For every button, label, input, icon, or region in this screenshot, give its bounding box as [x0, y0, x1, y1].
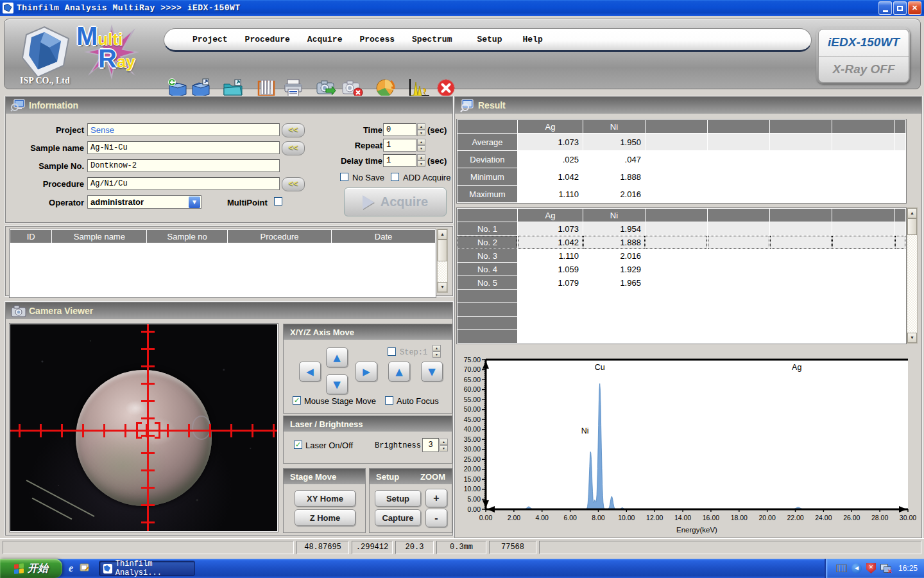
- reading-cell[interactable]: [832, 249, 894, 262]
- setup-button[interactable]: Setup: [375, 490, 421, 507]
- restore-button[interactable]: [893, 1, 907, 15]
- delay-time-spinner[interactable]: ▲▼: [417, 154, 425, 167]
- procedure-input[interactable]: [87, 177, 280, 190]
- z-home-button[interactable]: Z Home: [295, 509, 355, 526]
- reading-cell[interactable]: [832, 330, 894, 343]
- start-button[interactable]: 开始: [0, 559, 62, 578]
- project-recall-button[interactable]: <<: [282, 123, 305, 137]
- sample-cell[interactable]: [228, 284, 331, 297]
- sample-cell[interactable]: [332, 284, 435, 297]
- sample-cell[interactable]: [332, 243, 435, 256]
- operator-dropdown-arrow[interactable]: ▼: [189, 197, 200, 208]
- repeat-input[interactable]: [383, 139, 416, 152]
- close-button[interactable]: ✕: [908, 1, 921, 15]
- clock[interactable]: 16:25: [898, 564, 918, 573]
- sample-cell[interactable]: [147, 257, 227, 270]
- reading-cell[interactable]: [832, 290, 894, 302]
- reading-row[interactable]: No. 11.0731.954: [458, 222, 905, 235]
- sample-cell[interactable]: [147, 243, 227, 256]
- reading-cell[interactable]: [832, 236, 894, 249]
- sample-cell[interactable]: [332, 270, 435, 283]
- reading-cell[interactable]: [770, 263, 832, 276]
- multipoint-checkbox[interactable]: [274, 197, 282, 206]
- sample-cell[interactable]: [228, 257, 331, 270]
- reading-cell[interactable]: [583, 290, 645, 302]
- move-x-left-button[interactable]: ◀: [299, 362, 321, 381]
- reading-cell[interactable]: 1.965: [583, 276, 645, 289]
- taskbar-app-button[interactable]: Thinfilm Analysi...: [99, 561, 195, 576]
- reading-row-label[interactable]: No. 1: [458, 222, 517, 235]
- reading-cell[interactable]: [708, 236, 769, 249]
- reading-cell[interactable]: [770, 317, 832, 329]
- project-input[interactable]: [87, 123, 280, 136]
- language-bar-icon[interactable]: ◀: [851, 563, 862, 574]
- menu-help[interactable]: Help: [522, 35, 542, 44]
- reading-cell[interactable]: [646, 222, 707, 235]
- reading-cell[interactable]: 1.059: [518, 263, 583, 276]
- reading-row[interactable]: [458, 290, 905, 302]
- menu-spectrum[interactable]: Spectrum: [412, 35, 452, 44]
- reading-cell[interactable]: [646, 276, 707, 289]
- sample-no-input[interactable]: [87, 159, 280, 172]
- sample-cell[interactable]: [147, 284, 227, 297]
- reading-cell[interactable]: [832, 222, 894, 235]
- keyboard-tray-icon[interactable]: [836, 565, 847, 572]
- operator-select[interactable]: administrator ▼: [87, 195, 201, 209]
- reading-cell[interactable]: [708, 303, 769, 316]
- reading-cell[interactable]: [646, 330, 707, 343]
- reading-cell[interactable]: [770, 290, 832, 302]
- sample-cell[interactable]: [332, 257, 435, 270]
- reading-row-label[interactable]: [458, 303, 517, 316]
- reading-cell[interactable]: [518, 290, 583, 302]
- repeat-spinner[interactable]: ▲▼: [417, 139, 425, 152]
- move-z-up-button[interactable]: ▲: [388, 362, 410, 381]
- delay-time-input[interactable]: [383, 154, 416, 167]
- move-z-down-button[interactable]: ▼: [421, 362, 443, 381]
- reading-row[interactable]: No. 41.0591.929: [458, 263, 905, 276]
- step-spinner[interactable]: ▲▼: [432, 345, 441, 358]
- reading-cell[interactable]: 1.110: [518, 249, 583, 262]
- xy-home-button[interactable]: XY Home: [295, 490, 355, 507]
- sample-cell[interactable]: [228, 270, 331, 283]
- sample-name-recall-button[interactable]: <<: [282, 141, 305, 155]
- reading-cell[interactable]: [770, 249, 832, 262]
- menu-setup[interactable]: Setup: [477, 35, 502, 44]
- desktop-quicklaunch-icon[interactable]: [80, 563, 90, 575]
- sample-cell[interactable]: [228, 243, 331, 256]
- reading-cell[interactable]: [708, 276, 769, 289]
- reading-cell[interactable]: 1.042: [518, 236, 583, 249]
- reading-cell[interactable]: [583, 330, 645, 343]
- mouse-stage-move-checkbox[interactable]: ✓: [293, 396, 301, 405]
- zoom-in-button[interactable]: +: [425, 489, 447, 507]
- sample-cell[interactable]: [52, 270, 146, 283]
- reading-row-label[interactable]: [458, 317, 517, 329]
- reading-cell[interactable]: [646, 263, 707, 276]
- reading-row-label[interactable]: [458, 290, 517, 302]
- time-spinner[interactable]: ▲▼: [417, 123, 425, 136]
- menu-process[interactable]: Process: [359, 35, 395, 44]
- minimize-button[interactable]: [878, 1, 892, 15]
- reading-cell[interactable]: [583, 303, 645, 316]
- sample-table-scrollbar[interactable]: ▲ ▼: [437, 229, 448, 293]
- brightness-input[interactable]: [422, 438, 439, 452]
- time-input[interactable]: [383, 123, 416, 136]
- reading-cell[interactable]: [708, 330, 769, 343]
- ie-quicklaunch-icon[interactable]: e: [69, 563, 73, 574]
- capture-button[interactable]: Capture: [375, 509, 421, 526]
- reading-row[interactable]: No. 51.0791.965: [458, 276, 905, 289]
- reading-row-label[interactable]: No. 3: [458, 249, 517, 262]
- reading-cell[interactable]: [708, 317, 769, 329]
- reading-cell[interactable]: [646, 249, 707, 262]
- reading-row[interactable]: [458, 317, 905, 329]
- sample-name-input[interactable]: [87, 141, 280, 154]
- procedure-recall-button[interactable]: <<: [282, 177, 305, 191]
- reading-cell[interactable]: 1.073: [518, 222, 583, 235]
- reading-cell[interactable]: [832, 303, 894, 316]
- sample-cell[interactable]: [52, 243, 146, 256]
- reading-cell[interactable]: [770, 330, 832, 343]
- reading-cell[interactable]: 1.079: [518, 276, 583, 289]
- reading-cell[interactable]: [708, 263, 769, 276]
- reading-cell[interactable]: [518, 330, 583, 343]
- reading-row-label[interactable]: No. 4: [458, 263, 517, 276]
- move-x-right-button[interactable]: ▶: [355, 362, 377, 381]
